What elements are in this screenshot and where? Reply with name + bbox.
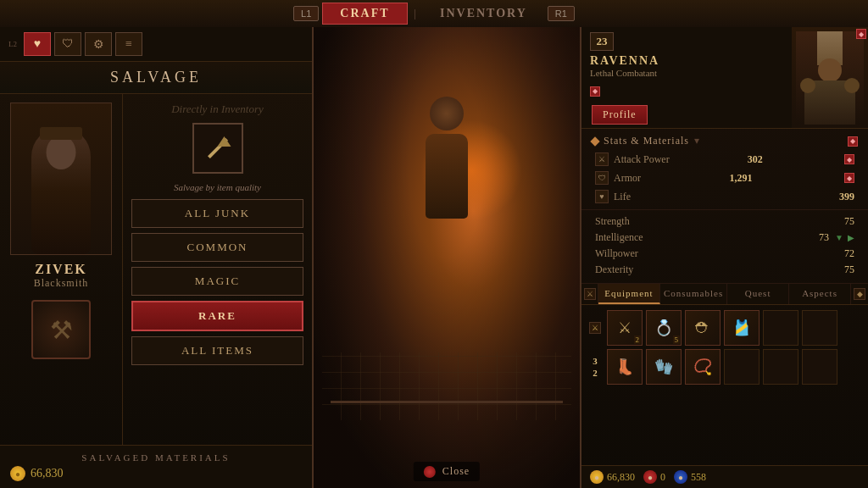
- red-amount: 0: [660, 471, 665, 484]
- chest-icon: 🎽: [732, 319, 751, 337]
- shoulder-slot[interactable]: [763, 310, 798, 346]
- waist-slot[interactable]: [802, 310, 837, 346]
- boots-slot[interactable]: 👢: [607, 349, 643, 385]
- forge-scene: [314, 27, 580, 488]
- equip-icon: ⚔: [584, 288, 596, 300]
- tab-aspects[interactable]: Aspects: [789, 284, 851, 304]
- profile-button[interactable]: Profile: [592, 105, 648, 125]
- stats-header-text: Stats & Materials: [604, 135, 689, 147]
- fence-structure: [331, 369, 563, 403]
- rare-button[interactable]: RARE: [131, 301, 303, 331]
- heart-icon: ♥: [595, 190, 609, 203]
- attack-power-row: ⚔ Attack Power 302 ◆: [592, 150, 858, 169]
- portrait-red-badge: ◆: [856, 29, 866, 39]
- common-button[interactable]: COMMON: [131, 233, 303, 262]
- row-indicators: ⚔: [587, 322, 604, 334]
- currency-amount: 66,830: [31, 467, 64, 480]
- gold-icon: ●: [590, 470, 604, 484]
- attributes-section: Strength 75 Intelligence 73 ▼ ▶ Willpowe…: [581, 210, 868, 284]
- l2-label: L2: [8, 40, 17, 48]
- subtab-shield[interactable]: 🛡: [54, 32, 81, 56]
- close-icon: [424, 466, 436, 478]
- blue-amount: 558: [691, 471, 706, 484]
- life-label: ♥ Life: [595, 190, 631, 203]
- equip-tab-icon-area: ⚔: [581, 284, 598, 304]
- corner-icon: ◆: [590, 86, 600, 97]
- right-panel-character: 23 RAVENNA Lethal Combatant ◆ Profile: [580, 27, 868, 488]
- tab-equipment[interactable]: Equipment: [598, 284, 660, 304]
- equip-row-2: 3 2 👢 🧤 📿: [587, 349, 863, 385]
- npc-hat-brim: [40, 127, 82, 140]
- weapon-badge: 2: [634, 336, 642, 344]
- center-character: [421, 97, 472, 232]
- currency-row: ● 66,830: [10, 466, 302, 481]
- shield-icon: 🛡: [595, 171, 609, 185]
- close-bar[interactable]: Close: [414, 462, 480, 481]
- equip-right-icon: ◆: [851, 284, 868, 304]
- tab-inventory[interactable]: INVENTORY: [423, 3, 544, 24]
- nav-separator: |: [408, 8, 423, 20]
- ring-badge: 5: [673, 336, 681, 344]
- npc-body: [31, 127, 91, 254]
- row-num-3: 3: [593, 356, 598, 366]
- blue-currency: ● 558: [674, 470, 706, 484]
- pickaxe-icon-container: [201, 131, 235, 165]
- char-name: RAVENNA: [581, 54, 792, 68]
- strength-value-group: 75: [844, 215, 854, 228]
- char-body: [426, 134, 468, 219]
- stats-section: Stats & Materials ▾ ◆ ⚔ Attack Power 302…: [581, 129, 868, 210]
- gloves-slot[interactable]: 🧤: [646, 349, 682, 385]
- willpower-row: Willpower 72: [592, 246, 858, 262]
- sword-icon: ⚔: [595, 152, 609, 166]
- stats-red-badge: ◆: [848, 136, 858, 147]
- char-header: 23 RAVENNA Lethal Combatant ◆ Profile: [581, 27, 868, 129]
- intelligence-arrow: ▼: [835, 233, 843, 242]
- necklace-slot[interactable]: 📿: [685, 349, 721, 385]
- npc-column: ZIVEK Blacksmith ⚒: [0, 94, 123, 445]
- r1-button[interactable]: R1: [548, 6, 575, 21]
- offhand-slot[interactable]: [763, 349, 798, 385]
- l1-button[interactable]: L1: [293, 6, 319, 21]
- strength-row: Strength 75: [592, 214, 858, 230]
- scroll-icon: ◆: [854, 288, 865, 300]
- row-badge-1: ⚔: [589, 322, 601, 334]
- gold-amount: 66,830: [607, 471, 635, 484]
- weapon-icon: ⚔: [618, 319, 632, 337]
- row-num-2: 2: [593, 368, 598, 378]
- char-level-row: 23: [581, 27, 792, 54]
- helm-slot[interactable]: ⛑: [685, 310, 721, 346]
- center-panel-game: Close: [314, 27, 580, 488]
- subtab-heart[interactable]: ♥: [24, 32, 51, 56]
- tab-quest[interactable]: Quest: [727, 284, 789, 304]
- stats-diamond-icon: [590, 136, 599, 146]
- strength-label: Strength: [595, 215, 630, 228]
- weapon-slot[interactable]: ⚔ 2: [607, 310, 643, 346]
- helm-icon: ⛑: [695, 319, 710, 337]
- empty-slot[interactable]: [802, 349, 837, 385]
- intelligence-value-group: 73 ▼ ▶: [819, 231, 854, 244]
- subtab-gear[interactable]: ⚙: [85, 32, 112, 56]
- magic-button[interactable]: MAGIC: [131, 267, 303, 296]
- stats-header[interactable]: Stats & Materials ▾ ◆: [592, 132, 858, 150]
- ring-slot-1[interactable]: 💍 5: [646, 310, 682, 346]
- life-value: 399: [839, 191, 854, 203]
- tab-consumables[interactable]: Consumables: [660, 284, 727, 304]
- all-junk-button[interactable]: ALL JUNK: [131, 199, 303, 228]
- npc-head: [47, 136, 76, 169]
- stats-chevron: ▾: [694, 135, 699, 147]
- materials-footer: SALVAGED MATERIALS ● 66,830: [0, 445, 312, 488]
- npc-name: ZIVEK: [35, 262, 87, 277]
- all-items-button[interactable]: ALL ITEMS: [131, 336, 303, 365]
- subtab-list[interactable]: ≡: [115, 32, 142, 56]
- armor-row: 🛡 Armor 1,291 ◆: [592, 169, 858, 187]
- portrait-head: [818, 58, 842, 82]
- ring-slot-2[interactable]: [724, 349, 760, 385]
- pickaxe-button[interactable]: [192, 123, 243, 174]
- tab-craft[interactable]: CRAFT: [322, 3, 407, 25]
- main-container: L2 ♥ 🛡 ⚙ ≡ SALVAGE: [0, 27, 868, 488]
- ring-icon: 💍: [654, 319, 673, 337]
- subtabs-row: L2 ♥ 🛡 ⚙ ≡: [0, 27, 312, 62]
- armor-value: 1,291: [730, 172, 753, 185]
- salvage-content: ZIVEK Blacksmith ⚒ Directly in Inventory…: [0, 94, 312, 445]
- chest-slot[interactable]: 🎽: [724, 310, 760, 346]
